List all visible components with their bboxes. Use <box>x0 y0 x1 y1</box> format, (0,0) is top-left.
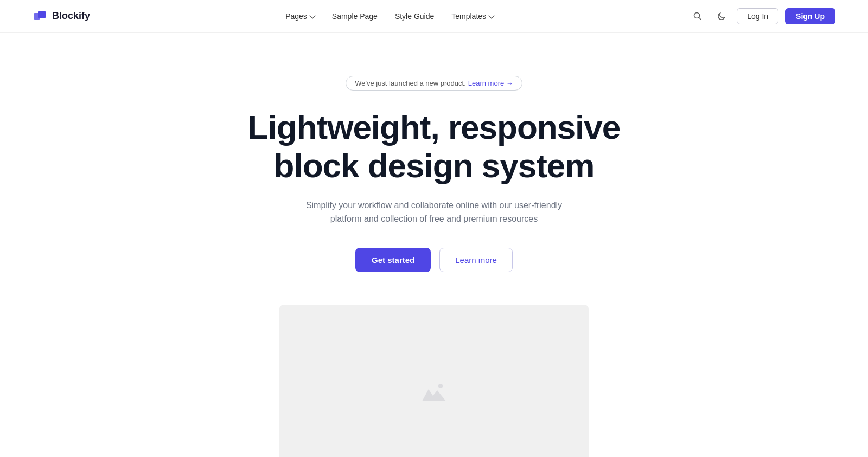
search-button[interactable] <box>689 8 706 25</box>
hero-buttons: Get started Learn more <box>355 248 513 272</box>
placeholder-image-icon <box>421 381 447 402</box>
moon-icon <box>717 12 726 21</box>
brand-name: Blockify <box>52 10 90 22</box>
announcement-text: We've just launched a new product. <box>355 79 466 87</box>
dark-mode-toggle[interactable] <box>713 8 730 25</box>
logo-icon <box>33 9 48 24</box>
nav-sample-page[interactable]: Sample Page <box>332 12 378 21</box>
search-icon <box>693 12 702 21</box>
signup-button[interactable]: Sign Up <box>785 8 835 24</box>
navbar: Blockify Pages Sample Page Style Guide T… <box>0 0 868 33</box>
learn-more-button[interactable]: Learn more <box>439 248 513 272</box>
nav-links: Pages Sample Page Style Guide Templates <box>285 12 494 21</box>
brand-logo[interactable]: Blockify <box>33 9 90 24</box>
svg-line-3 <box>699 17 701 20</box>
chevron-down-icon <box>309 12 315 18</box>
nav-pages[interactable]: Pages <box>285 12 315 21</box>
nav-templates[interactable]: Templates <box>451 12 494 21</box>
hero-image-placeholder <box>279 305 589 457</box>
nav-style-guide[interactable]: Style Guide <box>395 12 434 21</box>
announcement-link[interactable]: Learn more → <box>468 79 513 87</box>
get-started-button[interactable]: Get started <box>355 248 431 272</box>
login-button[interactable]: Log In <box>737 8 778 24</box>
hero-section: We've just launched a new product. Learn… <box>0 33 868 457</box>
svg-rect-1 <box>38 11 46 18</box>
announcement-banner: We've just launched a new product. Learn… <box>346 76 522 91</box>
hero-subtitle: Simplify your workflow and collaborate o… <box>304 198 564 226</box>
hero-title: Lightweight, responsive block design sys… <box>248 108 621 185</box>
chevron-down-icon <box>488 12 494 18</box>
nav-actions: Log In Sign Up <box>689 8 835 25</box>
svg-point-4 <box>438 384 443 388</box>
